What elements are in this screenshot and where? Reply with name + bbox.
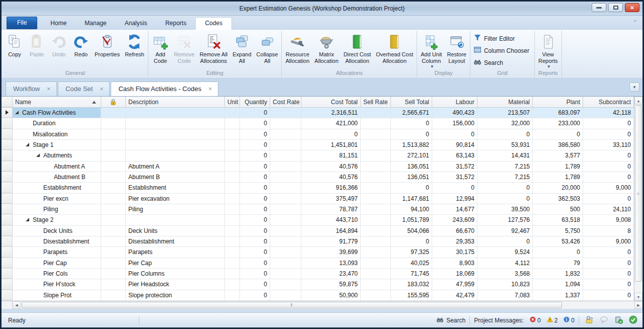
table-row[interactable]: PilingPiling078,78794,10014,67739,500500… [2,204,634,215]
cell-sell_rate[interactable] [361,290,391,300]
column-header-material[interactable]: Material [477,97,533,107]
cell-name[interactable]: Stage 1 [13,140,101,150]
cell-lock[interactable] [101,183,126,193]
maximize-button[interactable] [608,3,623,12]
column-header-cost_total[interactable]: Cost Total [301,97,361,107]
cell-quantity[interactable]: 0 [240,129,270,139]
cell-cost_total[interactable]: 443,710 [301,215,361,225]
tab-close-icon[interactable]: × [47,86,50,93]
cell-plant[interactable]: 79 [533,258,583,268]
cell-unit[interactable] [225,290,240,300]
cell-labour[interactable]: 42,479 [432,290,477,300]
cell-material[interactable]: 4,112 [477,258,533,268]
cell-quantity[interactable]: 0 [240,236,270,246]
table-row[interactable]: Abutment BAbutment B040,576136,05131,572… [2,172,634,183]
cell-unit[interactable] [225,194,240,204]
project-messages[interactable]: Project Messages: 0 2 0 [474,316,575,324]
cell-quantity[interactable]: 0 [240,215,270,225]
cell-labour[interactable]: 14,677 [432,204,477,214]
ribbon-button-search[interactable]: Search [471,57,507,68]
cell-name[interactable]: Piling [13,204,101,214]
document-tab-workflow[interactable]: Workflow× [6,81,57,96]
cell-lock[interactable] [101,279,126,289]
cell-lock[interactable] [101,247,126,257]
cell-subcontract[interactable]: 9,000 [583,183,634,193]
cell-cost_rate[interactable] [270,172,301,182]
ribbon-button-matrix-allocation[interactable]: Matrix Allocation [312,32,341,65]
cell-plant[interactable]: 1,094 [533,279,583,289]
cell-unit[interactable] [225,118,240,128]
horizontal-scroll-track[interactable]: ⦀ [21,301,634,309]
cell-cost_total[interactable]: 375,497 [301,194,361,204]
vertical-scrollbar[interactable]: ▲ ≡ ▼ [634,97,642,301]
ribbon-tab-codes[interactable]: Codes [195,17,232,30]
cell-sell_rate[interactable] [361,215,391,225]
cell-sell_total[interactable]: 155,595 [391,290,432,300]
cell-labour[interactable]: 66,670 [432,226,477,236]
ribbon-button-properties[interactable]: Properties [92,32,122,58]
cell-sell_total[interactable]: 1,051,789 [391,215,432,225]
cell-cost_total[interactable]: 916,366 [301,183,361,193]
ribbon-tab-reports[interactable]: Reports [156,18,195,29]
cell-description[interactable]: Disestablishment [126,236,225,246]
cell-material[interactable]: 7,215 [477,172,533,182]
cell-description[interactable] [126,140,225,150]
cell-sell_rate[interactable] [361,194,391,204]
cell-plant[interactable]: 3,577 [533,150,583,160]
ribbon-button-remove-all-allocations[interactable]: Remove All Allocations [197,32,230,65]
cell-plant[interactable]: 683,097 [533,108,583,118]
cell-cost_rate[interactable] [270,290,301,300]
horizontal-scrollbar[interactable]: ◀ ⦀ ▶ [2,301,642,309]
cell-description[interactable]: Pier excavation [126,194,225,204]
ribbon-button-redo[interactable]: Redo [70,32,92,58]
cell-unit[interactable] [225,247,240,257]
column-header-quantity[interactable]: Quantity [240,97,270,107]
cell-sell_rate[interactable] [361,129,391,139]
cell-sell_total[interactable]: 40,025 [391,258,432,268]
cell-subcontract[interactable]: 0 [583,279,634,289]
cell-material[interactable]: 39,500 [477,204,533,214]
cell-labour[interactable]: 63,143 [432,150,477,160]
cell-plant[interactable]: 1,832 [533,269,583,279]
cell-cost_total[interactable]: 81,151 [301,150,361,160]
vertical-scroll-thumb[interactable]: ≡ [635,105,642,282]
cell-cost_total[interactable]: 40,576 [301,161,361,172]
cell-unit[interactable] [225,140,240,150]
cell-cost_total[interactable]: 40,576 [301,172,361,182]
cell-unit[interactable] [225,129,240,139]
table-row[interactable]: Abutment AAbutment A040,576136,05131,572… [2,161,634,172]
cell-subcontract[interactable]: 8 [583,226,634,236]
cell-name[interactable]: Stage 2 [13,215,101,225]
cell-sell_rate[interactable] [361,118,391,128]
cell-unit[interactable] [225,258,240,268]
cell-unit[interactable] [225,183,240,193]
cell-cost_rate[interactable] [270,279,301,289]
cell-lock[interactable] [101,108,126,118]
cell-subcontract[interactable]: 0 [583,258,634,268]
ribbon-tab-home[interactable]: Home [41,18,75,29]
ribbon-button-expand-all[interactable]: Expand All [230,32,254,65]
cell-name[interactable]: Misallocation [13,129,101,139]
cell-labour[interactable]: 0 [432,183,477,193]
cell-description[interactable] [126,118,225,128]
cell-cost_rate[interactable] [270,129,301,139]
cell-description[interactable]: Parapets [126,247,225,257]
ribbon-button-collapse-all[interactable]: Collapse All [254,32,281,65]
cell-quantity[interactable]: 0 [240,290,270,300]
cell-subcontract[interactable]: 0 [583,118,634,128]
cell-labour[interactable]: 47,959 [432,279,477,289]
cell-subcontract[interactable]: 33,110 [583,140,634,150]
cell-description[interactable]: Slope protection [126,290,225,300]
column-header-subcontract[interactable]: Subcontract [583,97,634,107]
ribbon-tab-manage[interactable]: Manage [75,18,115,29]
project-ok-icon[interactable] [629,315,637,325]
cell-quantity[interactable]: 0 [240,108,270,118]
cell-name[interactable]: Cash Flow Activities [13,108,101,118]
cell-plant[interactable]: 1,337 [533,290,583,300]
document-tab-code-set[interactable]: Code Set× [58,81,110,96]
cell-description[interactable]: Establishment [126,183,225,193]
messages-chat-icon[interactable] [600,315,608,325]
cell-cost_rate[interactable] [270,204,301,214]
tree-expander-icon[interactable] [36,153,43,157]
cell-unit[interactable] [225,269,240,279]
